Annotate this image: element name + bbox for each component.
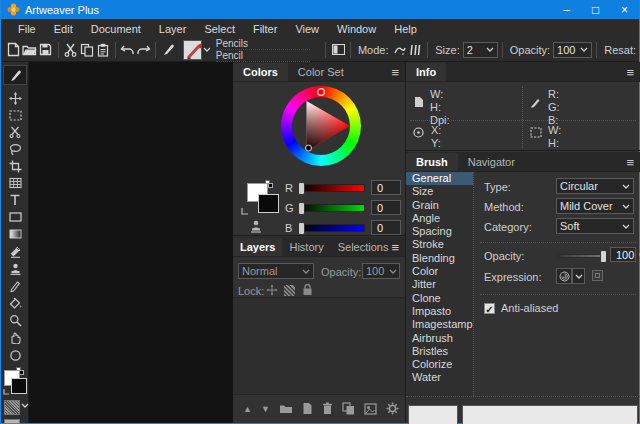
layers-panel-menu-icon[interactable]: ≡ <box>391 240 399 255</box>
move-tool[interactable] <box>5 90 25 106</box>
category-dropdown[interactable]: Soft <box>556 218 634 234</box>
background-color-swatch[interactable] <box>258 194 279 213</box>
brush-cat-imagestamp[interactable]: Imagestamp <box>406 318 473 331</box>
gradient-tool[interactable] <box>5 226 25 242</box>
brush-tool-toolbar-button[interactable] <box>160 40 176 60</box>
brush-cat-angle[interactable]: Angle <box>406 212 473 225</box>
scissors-tool[interactable] <box>5 124 25 140</box>
antialiased-checkbox[interactable]: ✓ <box>484 303 495 314</box>
brush-cat-spacing[interactable]: Spacing <box>406 225 473 238</box>
info-panel-menu-icon[interactable]: ≡ <box>626 65 634 80</box>
gradient-preview-partial[interactable] <box>4 419 20 424</box>
minimize-button[interactable]: – <box>552 0 581 19</box>
swap-colors-icon[interactable] <box>241 207 249 215</box>
duplicate-layer-icon[interactable] <box>342 402 355 415</box>
rectangular-select-tool[interactable] <box>5 107 25 123</box>
pencil-tool[interactable] <box>5 278 25 294</box>
hand-pan-tool[interactable] <box>5 329 25 345</box>
layer-list[interactable] <box>233 297 405 395</box>
menu-help[interactable]: Help <box>385 23 426 35</box>
red-slider[interactable] <box>299 184 365 192</box>
brush-cat-bristles[interactable]: Bristles <box>406 345 473 358</box>
zoom-tool[interactable] <box>5 312 25 328</box>
method-dropdown[interactable]: Mild Cover <box>556 198 634 214</box>
brush-cat-size[interactable]: Size <box>406 185 473 198</box>
blue-value[interactable]: 0 <box>371 220 401 235</box>
menu-view[interactable]: View <box>286 23 328 35</box>
expression-icon-button[interactable] <box>556 268 572 284</box>
brush-cat-colorize[interactable]: Colorize <box>406 358 473 371</box>
layer-settings-gear-icon[interactable] <box>386 402 399 415</box>
eraser-tool[interactable] <box>5 244 25 260</box>
brush-cat-general[interactable]: General <box>406 172 473 185</box>
pattern-preview[interactable] <box>4 400 20 415</box>
brush-tool[interactable] <box>3 65 27 85</box>
blend-mode-dropdown[interactable]: Normal <box>238 263 314 279</box>
table-grid-tool[interactable] <box>5 175 25 191</box>
swap-colors-icon[interactable] <box>3 388 10 395</box>
freehand-mode-icon[interactable] <box>391 40 407 60</box>
brush-cat-color[interactable]: Color <box>406 265 473 278</box>
redo-button[interactable] <box>135 40 151 60</box>
brush-cat-jitter[interactable]: Jitter <box>406 278 473 291</box>
undo-button[interactable] <box>119 40 135 60</box>
type-dropdown[interactable]: Circular <box>556 178 634 194</box>
brush-opacity-handle[interactable] <box>600 250 607 263</box>
menu-file[interactable]: File <box>9 23 45 35</box>
menu-edit[interactable]: Edit <box>45 23 82 35</box>
cut-button[interactable] <box>63 40 79 60</box>
save-button[interactable] <box>38 40 54 60</box>
tab-color-set[interactable]: Color Set <box>288 63 354 81</box>
sv-selector[interactable] <box>306 145 312 151</box>
brush-cat-grain[interactable]: Grain <box>406 199 473 212</box>
maximize-button[interactable]: □ <box>581 0 610 19</box>
document-canvas[interactable] <box>29 62 233 423</box>
paste-button[interactable] <box>95 40 111 60</box>
open-button[interactable] <box>22 40 38 60</box>
tab-brush[interactable]: Brush <box>406 153 458 171</box>
tab-selections[interactable]: Selections <box>331 238 396 256</box>
stamp-icon[interactable] <box>249 220 263 233</box>
menu-filter[interactable]: Filter <box>244 23 286 35</box>
crop-tool[interactable] <box>5 158 25 174</box>
brush-opacity-value[interactable]: 100 <box>610 247 636 262</box>
new-document-button[interactable] <box>6 40 22 60</box>
menu-select[interactable]: Select <box>195 23 244 35</box>
fill-bucket-tool[interactable] <box>5 295 25 311</box>
brush-cat-airbrush[interactable]: Airbrush <box>406 332 473 345</box>
tab-history[interactable]: History <box>282 238 330 256</box>
green-slider[interactable] <box>299 204 365 212</box>
red-value[interactable]: 0 <box>371 180 401 195</box>
panel-toggle-button[interactable] <box>330 40 346 60</box>
tab-layers[interactable]: Layers <box>233 238 282 256</box>
tab-navigator[interactable]: Navigator <box>458 153 525 171</box>
expression-settings-button[interactable] <box>592 270 603 281</box>
lock-position-icon[interactable] <box>266 284 278 296</box>
layer-effects-icon[interactable] <box>364 403 377 415</box>
menu-window[interactable]: Window <box>328 23 385 35</box>
layer-opacity-dropdown[interactable]: 100 <box>362 263 400 279</box>
rectangle-shape-tool[interactable] <box>5 209 25 225</box>
move-layer-down-icon[interactable]: ▼ <box>261 404 270 414</box>
move-layer-up-icon[interactable]: ▲ <box>243 404 252 414</box>
brush-panel-menu-icon[interactable]: ≡ <box>626 155 634 170</box>
hue-ring[interactable] <box>281 86 361 166</box>
brush-cat-stroke[interactable]: Stroke <box>406 238 473 251</box>
pattern-chevron[interactable] <box>21 403 29 408</box>
blue-slider[interactable] <box>299 224 365 232</box>
straight-line-mode-icon[interactable] <box>407 40 423 60</box>
expression-chevron-button[interactable] <box>572 268 585 284</box>
background-color-swatch[interactable] <box>11 378 27 394</box>
brush-cat-clone[interactable]: Clone <box>406 292 473 305</box>
size-dropdown[interactable]: 2 <box>463 42 498 58</box>
color-sampler-tool[interactable] <box>5 347 25 363</box>
new-group-icon[interactable] <box>279 403 293 414</box>
close-button[interactable]: × <box>610 0 639 19</box>
brush-cat-water[interactable]: Water <box>406 371 473 384</box>
lock-all-icon[interactable] <box>302 283 313 296</box>
menu-layer[interactable]: Layer <box>150 23 196 35</box>
lock-transparency-icon[interactable] <box>284 285 295 296</box>
brush-picker-chevron[interactable] <box>202 40 212 60</box>
menu-document[interactable]: Document <box>82 23 150 35</box>
text-tool[interactable] <box>5 192 25 208</box>
